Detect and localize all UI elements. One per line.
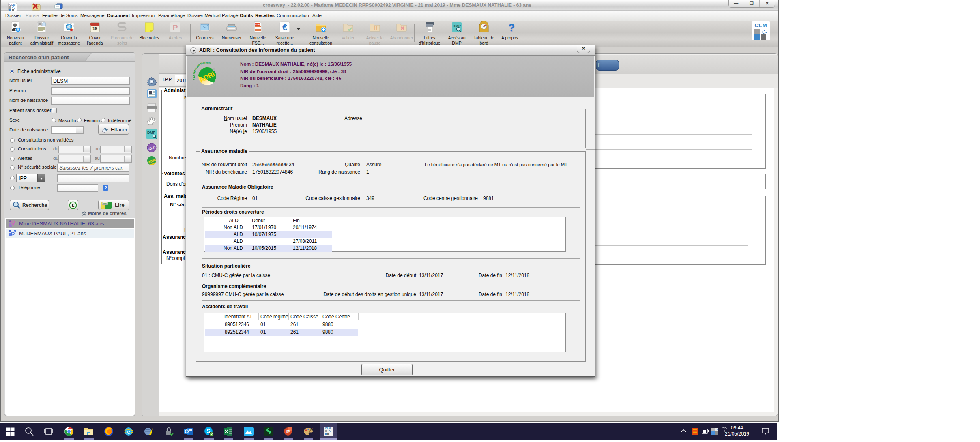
svg-text:?: ? [508, 21, 515, 33]
svg-text:€: € [72, 203, 75, 208]
svg-text:@: @ [67, 24, 71, 29]
svg-text:19: 19 [92, 26, 97, 31]
svg-text:€: € [282, 22, 287, 32]
svg-text:FSE: FSE [255, 23, 260, 26]
svg-text:Vitale: Vitale [103, 203, 107, 205]
svg-text:P: P [286, 429, 290, 435]
svg-text:e: e [127, 428, 130, 436]
svg-text:P: P [172, 23, 178, 32]
svg-text:DMP: DMP [453, 24, 461, 28]
